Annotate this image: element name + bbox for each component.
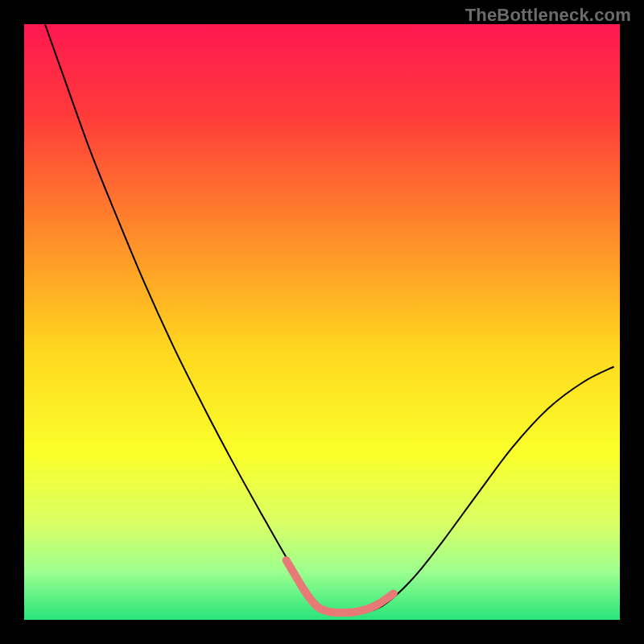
svg-rect-0 xyxy=(24,24,620,620)
watermark-text: TheBottleneck.com xyxy=(465,5,631,26)
bottleneck-chart xyxy=(24,24,620,620)
chart-container xyxy=(24,24,620,620)
